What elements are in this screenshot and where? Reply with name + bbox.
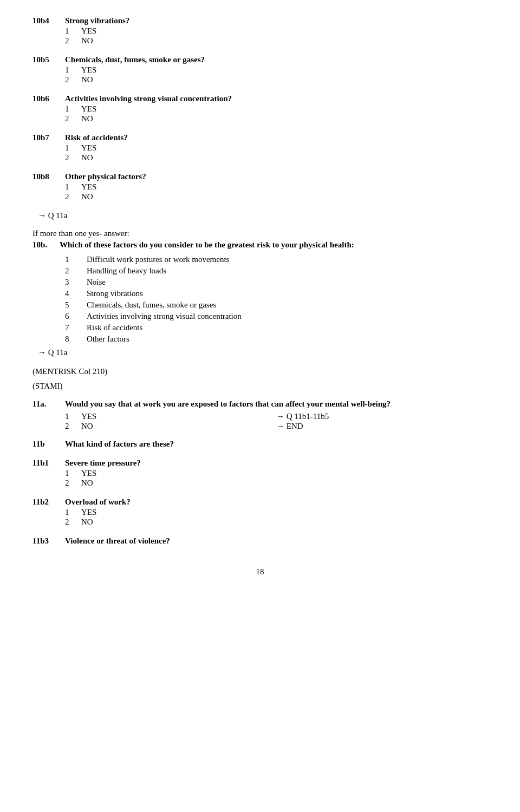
q11b1-ans1: 1 YES: [65, 469, 487, 478]
q11b-label: 11b: [32, 440, 60, 449]
q11b1-label: 11b1: [32, 459, 60, 468]
question-11b: 11b What kind of factors are these?: [32, 440, 487, 449]
q11b2-ans1: 1 YES: [65, 508, 487, 517]
question-11a: 11a. Would you say that at work you are …: [32, 400, 487, 431]
q10b8-id: 10b8: [32, 172, 60, 181]
q11a-ans1-row: 1 YES → Q 11b1-11b5: [65, 412, 487, 421]
q11b2-ans2: 2 NO: [65, 518, 487, 527]
question-10b8: 10b8 Other physical factors? 1 YES 2 NO: [32, 172, 487, 201]
page-number: 18: [256, 567, 264, 576]
q10b7-ans2: 2 NO: [65, 153, 487, 162]
q10b5-ans2: 2 NO: [65, 75, 487, 84]
question-11b3: 11b3 Violence or threat of violence?: [32, 536, 487, 546]
mentrisk-text: (MENTRISK Col 210): [32, 367, 487, 376]
q11a-label: 11a.: [32, 400, 60, 409]
arrow-q11a-text: → Q 11a: [38, 211, 67, 220]
q11b3-label: 11b3: [32, 536, 60, 546]
ten-b-options-list: 1 Difficult work postures or work moveme…: [65, 255, 487, 344]
ten-b-label: 10b.: [32, 240, 60, 250]
q10b4-ans2: 2 NO: [65, 36, 487, 45]
ten-b-opt-1: 1 Difficult work postures or work moveme…: [65, 255, 487, 264]
question-10b: 10b. Which of these factors do you consi…: [32, 240, 487, 357]
ten-b-opt-3: 3 Noise: [65, 278, 487, 287]
q10b6-ans2: 2 NO: [65, 114, 487, 123]
q10b5-id: 10b5: [32, 55, 60, 64]
q10b4-id: 10b4: [32, 16, 60, 25]
q11b-text: What kind of factors are these?: [65, 440, 174, 449]
q11b2-label: 11b2: [32, 497, 60, 507]
q10b8-ans1: 1 YES: [65, 182, 487, 192]
ten-b-opt-2: 2 Handling of heavy loads: [65, 266, 487, 276]
q11b1-ans2: 2 NO: [65, 479, 487, 488]
q10b8-ans2: 2 NO: [65, 192, 487, 201]
q11a-ans1-goto: → Q 11b1-11b5: [276, 412, 329, 421]
ten-b-opt-7: 7 Risk of accidents: [65, 323, 487, 332]
q10b7-text: Risk of accidents?: [65, 133, 128, 142]
ten-b-opt-6: 6 Activities involving strong visual con…: [65, 312, 487, 321]
question-10b4: 10b4 Strong vibrations? 1 YES 2 NO: [32, 16, 487, 45]
q11b1-text: Severe time pressure?: [65, 459, 141, 468]
q10b4-text: Strong vibrations?: [65, 16, 129, 25]
arrow-to-q11a-first: → Q 11a: [38, 211, 487, 220]
q11a-ans2-goto: → END: [276, 422, 303, 431]
question-11b2: 11b2 Overload of work? 1 YES 2 NO: [32, 497, 487, 527]
mentrisk-block: (MENTRISK Col 210): [32, 367, 487, 376]
ten-b-opt-4: 4 Strong vibrations: [65, 289, 487, 298]
ten-b-question-text: Which of these factors do you consider t…: [60, 240, 354, 250]
question-10b6: 10b6 Activities involving strong visual …: [32, 94, 487, 123]
if-more-text: If more than one yes- answer:: [32, 229, 487, 238]
q10b6-text: Activities involving strong visual conce…: [65, 94, 232, 103]
q10b4-ans1: 1 YES: [65, 27, 487, 36]
ten-b-opt-5: 5 Chemicals, dust, fumes, smoke or gases: [65, 300, 487, 310]
question-11b1: 11b1 Severe time pressure? 1 YES 2 NO: [32, 459, 487, 488]
q11a-ans2-row: 2 NO → END: [65, 422, 487, 431]
q10b6-id: 10b6: [32, 94, 60, 103]
stami-block: (STAMI): [32, 382, 487, 391]
q10b8-text: Other physical factors?: [65, 172, 146, 181]
question-10b7: 10b7 Risk of accidents? 1 YES 2 NO: [32, 133, 487, 162]
ten-b-opt-8: 8 Other factors: [65, 335, 487, 344]
q10b5-text: Chemicals, dust, fumes, smoke or gases?: [65, 55, 205, 64]
arrow-to-q11a-after-list: → Q 11a: [38, 348, 487, 357]
q10b5-ans1: 1 YES: [65, 66, 487, 75]
q11b2-text: Overload of work?: [65, 497, 131, 507]
question-10b5: 10b5 Chemicals, dust, fumes, smoke or ga…: [32, 55, 487, 84]
stami-text: (STAMI): [32, 382, 487, 391]
q11a-text: Would you say that at work you are expos…: [65, 400, 391, 409]
page-footer: 18: [32, 567, 487, 577]
q10b7-ans1: 1 YES: [65, 143, 487, 153]
q11b3-text: Violence or threat of violence?: [65, 536, 170, 546]
q10b6-ans1: 1 YES: [65, 104, 487, 114]
q10b7-id: 10b7: [32, 133, 60, 142]
